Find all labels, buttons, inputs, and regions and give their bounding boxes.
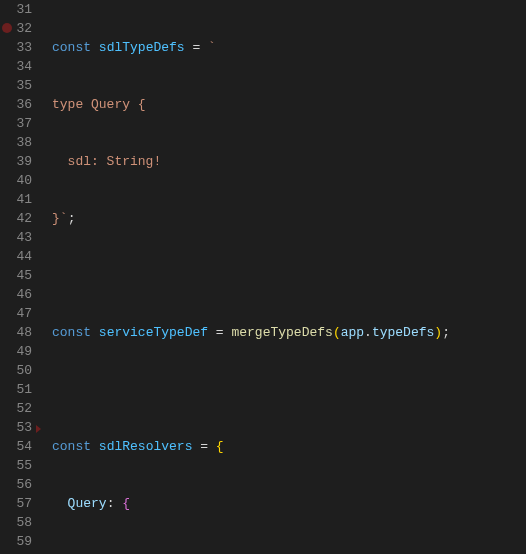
line-number[interactable]: 45 xyxy=(0,266,46,285)
code-line: }`; xyxy=(52,209,526,228)
line-number[interactable]: 51 xyxy=(0,380,46,399)
code-line: sdl: String! xyxy=(52,152,526,171)
line-number[interactable]: 54 xyxy=(0,437,46,456)
line-number[interactable]: 43 xyxy=(0,228,46,247)
code-line: type Query { xyxy=(52,95,526,114)
line-number[interactable]: 36 xyxy=(0,95,46,114)
code-line: const serviceTypeDef = mergeTypeDefs(app… xyxy=(52,323,526,342)
line-number[interactable]: 38 xyxy=(0,133,46,152)
line-number[interactable]: 33 xyxy=(0,38,46,57)
line-number[interactable]: 49 xyxy=(0,342,46,361)
line-number[interactable]: 59 xyxy=(0,532,46,551)
line-number[interactable]: 55 xyxy=(0,456,46,475)
line-number[interactable]: 46 xyxy=(0,285,46,304)
line-number[interactable]: 50 xyxy=(0,361,46,380)
breakpoint-icon[interactable] xyxy=(2,23,12,33)
code-line: const sdlResolvers = { xyxy=(52,437,526,456)
line-number[interactable]: 31 xyxy=(0,0,46,19)
current-line-arrow-icon xyxy=(36,425,41,433)
line-number[interactable]: 58 xyxy=(0,513,46,532)
line-number[interactable]: 35 xyxy=(0,76,46,95)
line-number[interactable]: 47 xyxy=(0,304,46,323)
line-number[interactable]: 41 xyxy=(0,190,46,209)
line-number[interactable]: 56 xyxy=(0,475,46,494)
line-number[interactable]: 40 xyxy=(0,171,46,190)
line-number[interactable]: 39 xyxy=(0,152,46,171)
line-number[interactable]: 48 xyxy=(0,323,46,342)
code-editor: 3132333435363738394041424344454647484950… xyxy=(0,0,526,554)
line-number[interactable]: 52 xyxy=(0,399,46,418)
line-number[interactable]: 37 xyxy=(0,114,46,133)
line-number-gutter[interactable]: 3132333435363738394041424344454647484950… xyxy=(0,0,46,554)
line-number[interactable]: 34 xyxy=(0,57,46,76)
code-line: Query: { xyxy=(52,494,526,513)
line-number[interactable]: 44 xyxy=(0,247,46,266)
line-number[interactable]: 42 xyxy=(0,209,46,228)
code-line: const sdlTypeDefs = ` xyxy=(52,38,526,57)
code-area[interactable]: const sdlTypeDefs = ` type Query { sdl: … xyxy=(46,0,526,554)
code-line xyxy=(52,266,526,285)
line-number[interactable]: 57 xyxy=(0,494,46,513)
code-line xyxy=(52,380,526,399)
